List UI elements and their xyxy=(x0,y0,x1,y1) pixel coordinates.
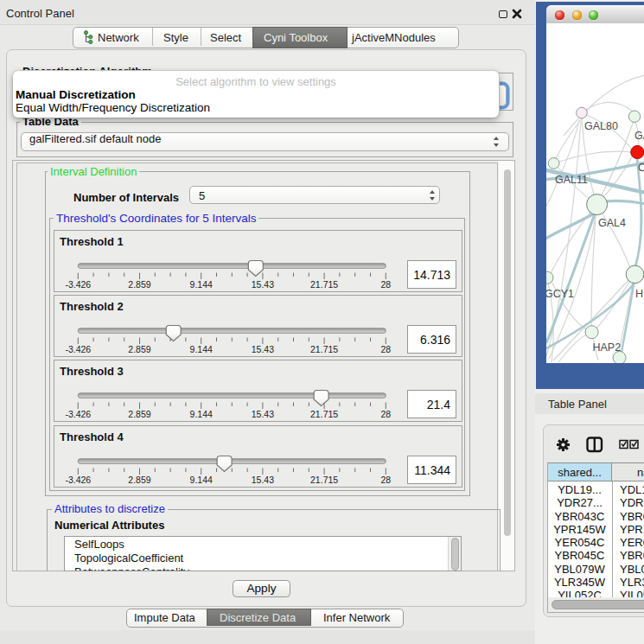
svg-text:GAL4: GAL4 xyxy=(598,217,626,229)
svg-text:GAL11: GAL11 xyxy=(555,174,588,186)
svg-text:CY: CY xyxy=(638,162,644,174)
svg-text:H: H xyxy=(635,288,643,300)
svg-text:HAP2: HAP2 xyxy=(593,341,622,354)
svg-text:GCY1: GCY1 xyxy=(546,288,574,300)
svg-text:GAL80: GAL80 xyxy=(584,120,618,132)
svg-text:GA: GA xyxy=(634,130,644,142)
